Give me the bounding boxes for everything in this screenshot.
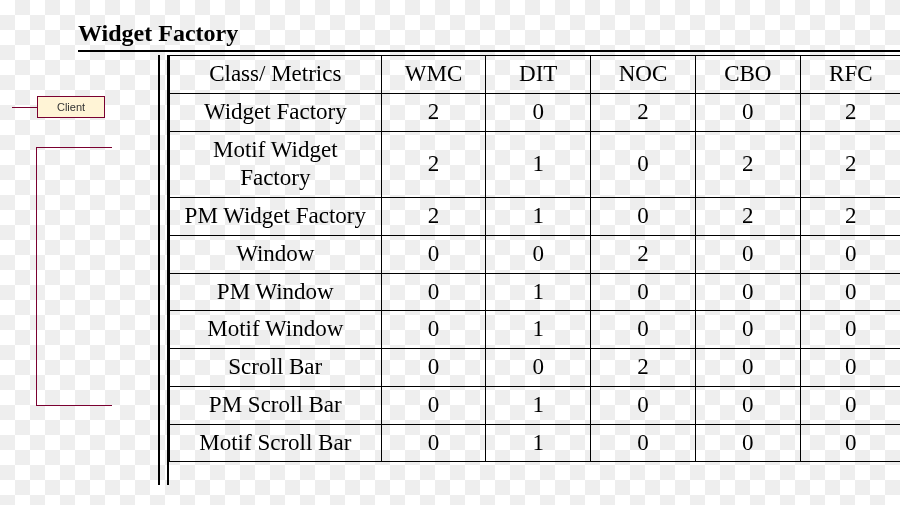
cell-rfc: 2 <box>800 93 900 131</box>
client-box: Client <box>37 96 105 118</box>
cell-rfc: 2 <box>800 198 900 236</box>
cell-wmc: 0 <box>381 311 486 349</box>
table-row: PM Window 0 1 0 0 0 <box>170 273 901 311</box>
cell-class: Motif Window <box>170 311 382 349</box>
cell-class: PM Scroll Bar <box>170 386 382 424</box>
diagram-bracket-bottom <box>36 405 112 406</box>
col-header-noc: NOC <box>591 56 696 94</box>
col-header-dit: DIT <box>486 56 591 94</box>
cell-rfc: 0 <box>800 349 900 387</box>
title-underline <box>78 50 900 52</box>
cell-wmc: 0 <box>381 349 486 387</box>
cell-class: Window <box>170 235 382 273</box>
cell-dit: 0 <box>486 93 591 131</box>
cell-wmc: 2 <box>381 198 486 236</box>
col-header-rfc: RFC <box>800 56 900 94</box>
cell-dit: 0 <box>486 349 591 387</box>
cell-rfc: 0 <box>800 424 900 462</box>
diagram-connector <box>12 107 37 108</box>
cell-dit: 1 <box>486 424 591 462</box>
metrics-table-wrap: Class/ Metrics WMC DIT NOC CBO RFC Widge… <box>169 55 900 462</box>
cell-noc: 0 <box>591 131 696 198</box>
cell-cbo: 2 <box>695 131 800 198</box>
table-row: PM Scroll Bar 0 1 0 0 0 <box>170 386 901 424</box>
cell-rfc: 0 <box>800 235 900 273</box>
cell-wmc: 2 <box>381 93 486 131</box>
metrics-table: Class/ Metrics WMC DIT NOC CBO RFC Widge… <box>169 55 900 462</box>
table-row: Motif Widget Factory 2 1 0 2 2 <box>170 131 901 198</box>
cell-dit: 1 <box>486 198 591 236</box>
cell-rfc: 2 <box>800 131 900 198</box>
cell-noc: 0 <box>591 273 696 311</box>
table-row: Motif Scroll Bar 0 1 0 0 0 <box>170 424 901 462</box>
table-header-row: Class/ Metrics WMC DIT NOC CBO RFC <box>170 56 901 94</box>
cell-cbo: 0 <box>695 386 800 424</box>
cell-cbo: 0 <box>695 273 800 311</box>
cell-wmc: 0 <box>381 424 486 462</box>
cell-wmc: 0 <box>381 273 486 311</box>
cell-wmc: 0 <box>381 386 486 424</box>
cell-noc: 0 <box>591 198 696 236</box>
cell-noc: 0 <box>591 386 696 424</box>
cell-rfc: 0 <box>800 386 900 424</box>
cell-dit: 0 <box>486 235 591 273</box>
cell-cbo: 0 <box>695 235 800 273</box>
cell-noc: 2 <box>591 235 696 273</box>
cell-dit: 1 <box>486 131 591 198</box>
cell-noc: 2 <box>591 349 696 387</box>
cell-cbo: 0 <box>695 93 800 131</box>
cell-noc: 2 <box>591 93 696 131</box>
cell-cbo: 0 <box>695 424 800 462</box>
cell-class: PM Window <box>170 273 382 311</box>
table-row: Window 0 0 2 0 0 <box>170 235 901 273</box>
cell-dit: 1 <box>486 273 591 311</box>
cell-wmc: 0 <box>381 235 486 273</box>
cell-cbo: 0 <box>695 349 800 387</box>
cell-class: Motif Widget Factory <box>170 131 382 198</box>
cell-rfc: 0 <box>800 311 900 349</box>
cell-dit: 1 <box>486 311 591 349</box>
table-left-rule-outer <box>158 55 160 485</box>
cell-noc: 0 <box>591 311 696 349</box>
cell-cbo: 0 <box>695 311 800 349</box>
table-row: Motif Window 0 1 0 0 0 <box>170 311 901 349</box>
table-row: Widget Factory 2 0 2 0 2 <box>170 93 901 131</box>
cell-class: Widget Factory <box>170 93 382 131</box>
table-row: PM Widget Factory 2 1 0 2 2 <box>170 198 901 236</box>
diagram-bracket-vertical <box>36 147 37 405</box>
cell-class: PM Widget Factory <box>170 198 382 236</box>
cell-class: Scroll Bar <box>170 349 382 387</box>
table-row: Scroll Bar 0 0 2 0 0 <box>170 349 901 387</box>
cell-rfc: 0 <box>800 273 900 311</box>
col-header-wmc: WMC <box>381 56 486 94</box>
diagram-bracket-top <box>36 147 112 148</box>
cell-cbo: 2 <box>695 198 800 236</box>
cell-dit: 1 <box>486 386 591 424</box>
col-header-cbo: CBO <box>695 56 800 94</box>
col-header-class: Class/ Metrics <box>170 56 382 94</box>
cell-noc: 0 <box>591 424 696 462</box>
cell-class: Motif Scroll Bar <box>170 424 382 462</box>
cell-wmc: 2 <box>381 131 486 198</box>
page-title: Widget Factory <box>78 20 238 47</box>
table-body: Widget Factory 2 0 2 0 2 Motif Widget Fa… <box>170 93 901 462</box>
